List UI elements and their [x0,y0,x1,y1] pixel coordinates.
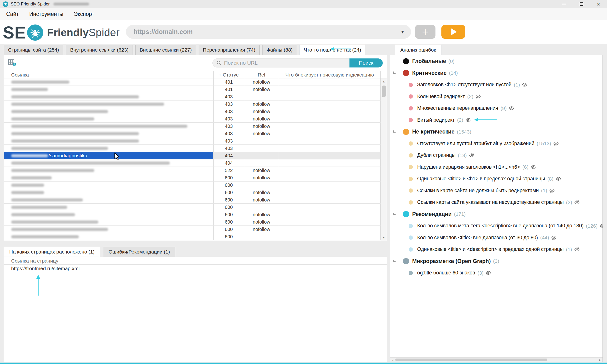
table-row[interactable]: 600nofollow [4,211,381,218]
tree-item-row[interactable]: Кол-во символов мета-тега <description> … [390,220,603,232]
hide-eye-icon[interactable] [465,117,471,123]
table-row[interactable]: 403 [4,93,381,101]
hide-eye-icon[interactable] [553,141,559,146]
tab-files[interactable]: Файлы (88) [262,45,297,55]
tab-external-links[interactable]: Внешние ссылки (227) [135,45,196,55]
table-row[interactable]: 403 [4,137,381,145]
hide-eye-icon[interactable] [600,223,603,229]
tree-item-row[interactable]: Отсутствует или пустой атрибут alt у изо… [390,138,603,150]
tree-item-label: Заголовков <h1> отсутствует или пустой [417,82,512,88]
blurred-url [11,191,44,194]
scroll-right-icon[interactable]: ▸ [598,358,603,362]
column-header-url[interactable]: Ссылка [4,71,214,78]
tree-item-row[interactable]: Нарушена иерархия заголовков <h1>...<h6>… [390,161,603,173]
table-row[interactable]: 600nofollow [4,174,381,182]
hide-eye-icon[interactable] [486,270,491,276]
tree-item-row[interactable]: Кольцевой редирект(2) [390,91,603,103]
search-input[interactable]: Поиск по URL [212,58,349,67]
tree-group-row[interactable]: Критические(14) [390,67,603,79]
issue-dot [409,177,413,181]
export-table-icon[interactable] [8,59,16,67]
search-button[interactable]: Поиск [349,58,383,67]
menu-export[interactable]: Экспорт [70,11,101,17]
scroll-up-icon[interactable]: ▲ [381,78,387,85]
tab-redirects[interactable]: Перенаправления (74) [199,45,260,55]
hide-eye-icon[interactable] [574,200,580,205]
tree-item-row[interactable]: Множественные перенаправления(9) [390,102,603,114]
hide-eye-icon[interactable] [475,94,481,99]
tree-item-row[interactable]: Заголовков <h1> отсутствует или пустой(1… [390,79,603,91]
hide-eye-icon[interactable] [574,247,580,252]
column-header-rel[interactable]: Rel [244,71,279,78]
collapse-icon[interactable] [393,260,396,263]
table-row[interactable]: 600nofollow [4,218,381,226]
tree-item-row[interactable]: Одинаковые <title> и <description> в пре… [390,244,603,255]
table-row[interactable]: 600 [4,233,381,240]
column-header-status[interactable]: ↑ Статус [214,71,244,78]
table-row[interactable]: 403nofollow [4,108,381,115]
tree-group-row[interactable]: Микроразметка (Open Graph)(3) [390,255,603,267]
table-row[interactable]: /samodiagnostika404 [4,152,381,159]
minimize-button[interactable] [556,0,573,8]
hide-eye-icon[interactable] [509,105,514,111]
close-button[interactable]: × [590,0,607,8]
tree-item-row[interactable]: Ссылки в карте сайта не должны быть реди… [390,185,603,197]
table-row[interactable]: 403 [4,145,381,152]
tree-item-row[interactable]: Битый редирект(2) [390,114,603,126]
hscrollbar-thumb[interactable] [395,359,547,361]
tab-errors-recommendations[interactable]: Ошибки/Рекомендации (1) [103,247,175,257]
url-cell [4,123,214,130]
table-row[interactable]: 404 [4,159,381,167]
table-row[interactable]: 600 [4,182,381,189]
maximize-button[interactable] [573,0,590,8]
scrollbar-thumb[interactable] [382,86,386,97]
scroll-left-icon[interactable]: ◂ [390,358,395,362]
hide-eye-icon[interactable] [530,164,536,170]
column-header-blocking[interactable]: Что блокирует поисковую индексацию [279,71,381,78]
hide-eye-icon[interactable] [549,188,555,193]
table-row[interactable]: 600nofollow [4,196,381,204]
add-url-button[interactable]: + [415,25,436,39]
issue-dot [409,83,413,87]
tab-located-on-pages[interactable]: На каких страницах расположено (1) [4,247,100,257]
collapse-icon[interactable] [393,212,396,216]
hide-eye-icon[interactable] [522,82,527,87]
table-row[interactable]: 600nofollow [4,226,381,233]
hide-eye-icon[interactable] [556,176,561,182]
collapse-icon[interactable] [393,130,396,133]
tree-item-row[interactable]: og:title больше 60 знаков(3) [390,267,603,279]
table-row[interactable]: 401nofollow [4,78,381,86]
tab-site-pages[interactable]: Страницы сайта (254) [4,45,63,55]
hide-eye-icon[interactable] [551,235,557,240]
chevron-down-icon[interactable]: ▾ [401,29,404,35]
table-row[interactable]: 403nofollow [4,123,381,130]
table-row[interactable]: 522nofollow [4,167,381,174]
horizontal-scrollbar[interactable]: ◂ ▸ [390,357,603,362]
table-row[interactable]: 403nofollow [4,130,381,137]
page-link-row[interactable]: https://frontmed.ru/sitemap.xml [4,265,387,272]
hide-eye-icon[interactable] [469,153,474,158]
menu-site[interactable]: Сайт [3,11,26,17]
tab-error-analysis[interactable]: Анализ ошибок [395,45,441,55]
tree-item-row[interactable]: Одинаковые <title> и <h1> в пределах одн… [390,173,603,185]
tree-item-row[interactable]: Дубли страницы(13) [390,149,603,161]
table-row[interactable]: 403nofollow [4,101,381,108]
table-row[interactable]: 600nofollow [4,189,381,196]
tree-group-row[interactable]: Не критические(1543) [390,126,603,138]
collapse-icon[interactable] [393,71,396,75]
tab-internal-links[interactable]: Внутренние ссылки (623) [66,45,133,55]
url-combobox[interactable]: https://domain.com ▾ [126,25,411,39]
vertical-scrollbar[interactable]: ▲ ▼ [381,78,387,241]
tree-item-row[interactable]: Кол-во символов <title> вне диапазона (о… [390,232,603,244]
table-row[interactable]: 401nofollow [4,86,381,93]
menu-tools[interactable]: Инструменты [26,11,70,17]
tree-group-row[interactable]: Глобальные(0) [390,55,603,67]
issue-dot [409,106,413,110]
tree-item-row[interactable]: Ссылки карты сайта указывают на несущест… [390,196,603,208]
start-crawl-button[interactable] [441,25,465,39]
tree-group-row[interactable]: Рекомендации(171) [390,208,603,220]
table-row[interactable]: 403nofollow [4,115,381,123]
table-row[interactable]: 600 [4,204,381,211]
scroll-down-icon[interactable]: ▼ [381,234,387,241]
tab-something-went-wrong[interactable]: Что-то пошло не так (24) [300,45,365,55]
